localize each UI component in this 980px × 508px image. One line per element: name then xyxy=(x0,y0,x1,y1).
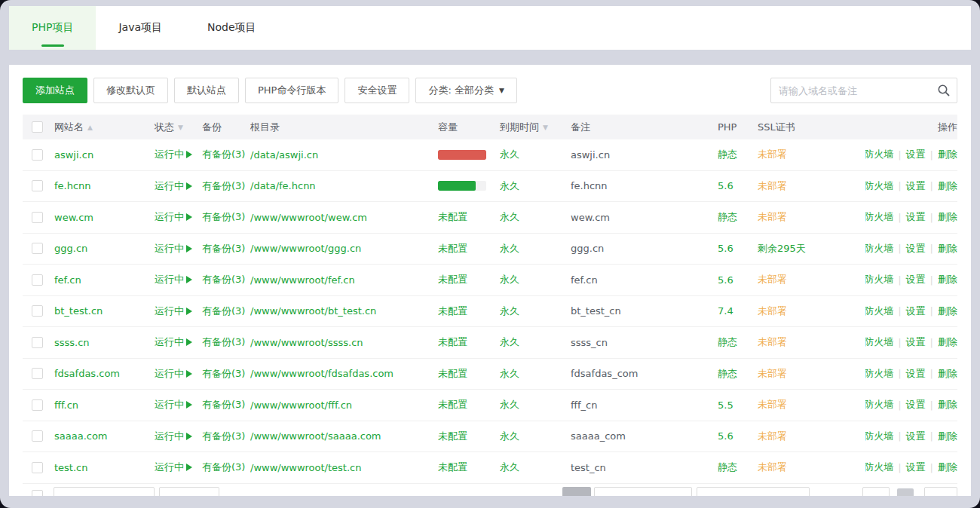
root-path-link[interactable]: /www/wwwroot/bt_test.cn xyxy=(250,305,376,317)
php-version-link[interactable]: 静态 xyxy=(718,335,737,349)
action-设置-link[interactable]: 设置 xyxy=(906,398,926,412)
remark-text[interactable]: fe.hcnn xyxy=(571,180,608,191)
site-name-link[interactable]: fe.hcnn xyxy=(54,180,91,191)
root-path-link[interactable]: /data/fe.hcnn xyxy=(250,180,316,191)
tab-Node项目[interactable]: Node项目 xyxy=(185,6,279,50)
expire-link[interactable]: 永久 xyxy=(500,179,519,193)
action-设置-link[interactable]: 设置 xyxy=(906,367,926,381)
php-version-link[interactable]: 7.4 xyxy=(718,305,733,317)
php-version-link[interactable]: 5.6 xyxy=(718,274,733,286)
capacity-not-configured-link[interactable]: 未配置 xyxy=(438,430,467,443)
action-防火墙-link[interactable]: 防火墙 xyxy=(865,461,893,474)
action-删除-link[interactable]: 删除 xyxy=(938,148,957,161)
expire-link[interactable]: 永久 xyxy=(500,242,519,256)
backup-link[interactable]: 有备份(3) xyxy=(202,210,245,224)
action-防火墙-link[interactable]: 防火墙 xyxy=(865,398,893,412)
toolbar-button-默认站点[interactable]: 默认站点 xyxy=(174,78,239,103)
row-checkbox[interactable] xyxy=(32,430,43,442)
action-设置-link[interactable]: 设置 xyxy=(906,179,926,193)
ssl-status-link[interactable]: 剩余295天 xyxy=(758,242,806,256)
backup-link[interactable]: 有备份(3) xyxy=(202,430,245,443)
remark-text[interactable]: ssss_cn xyxy=(571,337,608,348)
site-name-link[interactable]: fff.cn xyxy=(54,399,78,411)
sort-asc-icon[interactable]: ▲ xyxy=(87,124,93,131)
action-删除-link[interactable]: 删除 xyxy=(938,398,957,412)
row-checkbox[interactable] xyxy=(32,180,43,191)
expire-link[interactable]: 永久 xyxy=(500,461,519,474)
expire-link[interactable]: 永久 xyxy=(500,335,519,349)
action-删除-link[interactable]: 删除 xyxy=(938,273,957,286)
root-path-link[interactable]: /www/wwwroot/ggg.cn xyxy=(250,243,361,254)
row-checkbox[interactable] xyxy=(32,274,43,286)
backup-link[interactable]: 有备份(3) xyxy=(202,179,245,193)
backup-link[interactable]: 有备份(3) xyxy=(202,304,245,318)
running-play-icon[interactable] xyxy=(186,276,192,283)
ssl-status-link[interactable]: 未部署 xyxy=(758,148,787,161)
remark-text[interactable]: bt_test_cn xyxy=(571,305,621,317)
remark-text[interactable]: ggg.cn xyxy=(571,243,604,254)
running-play-icon[interactable] xyxy=(186,151,192,158)
expire-link[interactable]: 永久 xyxy=(500,430,519,443)
action-设置-link[interactable]: 设置 xyxy=(906,335,926,349)
backup-link[interactable]: 有备份(3) xyxy=(202,335,245,349)
action-删除-link[interactable]: 删除 xyxy=(938,461,957,474)
search-input[interactable] xyxy=(770,78,957,103)
row-checkbox[interactable] xyxy=(32,305,43,317)
sort-desc-icon[interactable]: ▼ xyxy=(178,124,183,131)
column-header-根目录[interactable]: 根目录 xyxy=(250,121,438,134)
capacity-not-configured-link[interactable]: 未配置 xyxy=(438,398,467,412)
remark-text[interactable]: saaaa_com xyxy=(571,430,626,442)
remark-text[interactable]: fef.cn xyxy=(571,274,598,286)
column-header-网站名[interactable]: 网站名▲ xyxy=(54,121,155,134)
ssl-status-link[interactable]: 未部署 xyxy=(758,210,787,224)
action-删除-link[interactable]: 删除 xyxy=(938,242,957,256)
remark-text[interactable]: fff_cn xyxy=(571,399,597,411)
site-name-link[interactable]: fdsafdas.com xyxy=(54,368,120,379)
action-删除-link[interactable]: 删除 xyxy=(938,179,957,193)
running-play-icon[interactable] xyxy=(186,433,192,440)
root-path-link[interactable]: /www/wwwroot/saaaa.com xyxy=(250,430,381,442)
backup-link[interactable]: 有备份(3) xyxy=(202,273,245,286)
running-play-icon[interactable] xyxy=(186,464,192,471)
ssl-status-link[interactable]: 未部署 xyxy=(758,398,787,412)
action-防火墙-link[interactable]: 防火墙 xyxy=(865,273,893,286)
row-checkbox[interactable] xyxy=(32,368,43,379)
backup-link[interactable]: 有备份(3) xyxy=(202,367,245,381)
column-header-备注[interactable]: 备注 xyxy=(571,121,718,134)
action-防火墙-link[interactable]: 防火墙 xyxy=(865,430,893,443)
ssl-status-link[interactable]: 未部署 xyxy=(758,304,787,318)
action-防火墙-link[interactable]: 防火墙 xyxy=(865,242,893,256)
expire-link[interactable]: 永久 xyxy=(500,398,519,412)
running-play-icon[interactable] xyxy=(186,213,192,221)
action-设置-link[interactable]: 设置 xyxy=(906,273,926,286)
root-path-link[interactable]: /data/aswji.cn xyxy=(250,149,318,161)
backup-link[interactable]: 有备份(3) xyxy=(202,148,245,161)
site-name-link[interactable]: ggg.cn xyxy=(54,243,87,254)
row-checkbox[interactable] xyxy=(32,212,43,223)
action-防火墙-link[interactable]: 防火墙 xyxy=(865,148,893,161)
remark-text[interactable]: test_cn xyxy=(571,462,606,473)
action-设置-link[interactable]: 设置 xyxy=(906,304,926,318)
running-play-icon[interactable] xyxy=(186,401,192,409)
root-path-link[interactable]: /www/wwwroot/fef.cn xyxy=(250,274,355,286)
action-设置-link[interactable]: 设置 xyxy=(906,210,926,224)
running-play-icon[interactable] xyxy=(186,370,192,378)
toolbar-button-修改默认页[interactable]: 修改默认页 xyxy=(93,78,168,103)
capacity-not-configured-link[interactable]: 未配置 xyxy=(438,304,467,318)
php-version-link[interactable]: 静态 xyxy=(718,367,737,381)
batch-action-select[interactable] xyxy=(54,487,155,497)
expire-link[interactable]: 永久 xyxy=(500,148,519,161)
action-删除-link[interactable]: 删除 xyxy=(938,335,957,349)
pagination-confirm-button[interactable] xyxy=(924,487,957,497)
ssl-status-link[interactable]: 未部署 xyxy=(758,273,787,286)
row-checkbox[interactable] xyxy=(32,243,43,254)
action-防火墙-link[interactable]: 防火墙 xyxy=(865,304,893,318)
action-设置-link[interactable]: 设置 xyxy=(906,242,926,256)
php-version-link[interactable]: 5.6 xyxy=(718,430,733,442)
action-防火墙-link[interactable]: 防火墙 xyxy=(865,367,893,381)
column-header-操作[interactable]: 操作 xyxy=(865,121,957,134)
tab-Java项目[interactable]: Java项目 xyxy=(96,6,185,50)
row-checkbox[interactable] xyxy=(32,149,43,161)
action-设置-link[interactable]: 设置 xyxy=(906,430,926,443)
ssl-status-link[interactable]: 未部署 xyxy=(758,367,787,381)
